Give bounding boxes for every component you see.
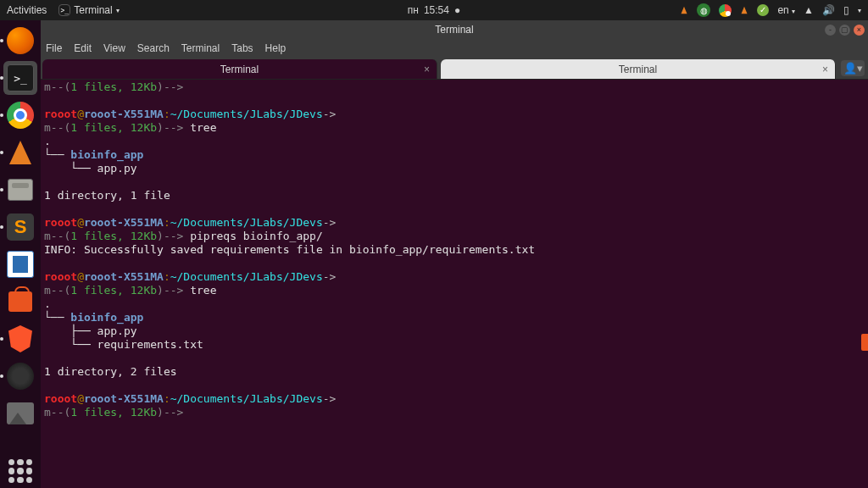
dock-vlc[interactable] bbox=[3, 136, 37, 169]
command-text: pipreqs bioinfo_app/ bbox=[190, 230, 323, 242]
terminal-icon: >_ bbox=[58, 4, 70, 16]
firefox-icon bbox=[7, 27, 34, 54]
prompt-colon: : bbox=[164, 392, 170, 405]
notification-dot-icon: ● bbox=[454, 4, 460, 16]
window-minimize-button[interactable]: ‑ bbox=[825, 25, 836, 36]
menu-view[interactable]: View bbox=[103, 42, 125, 54]
keyboard-layout-indicator[interactable]: en ▾ bbox=[777, 4, 795, 16]
tab-close-icon[interactable]: × bbox=[424, 64, 430, 75]
menu-help[interactable]: Help bbox=[265, 42, 287, 54]
tab-close-icon[interactable]: × bbox=[822, 64, 828, 75]
dock-brave[interactable] bbox=[3, 322, 37, 356]
menu-file[interactable]: File bbox=[46, 42, 62, 54]
brave-icon bbox=[8, 325, 32, 352]
prompt-status: m--(1 files, 12Kb)--> bbox=[44, 121, 183, 134]
tab-terminal-1[interactable]: Terminal × bbox=[42, 59, 437, 79]
chrome-tray-icon[interactable] bbox=[719, 4, 732, 17]
chevron-down-icon: ▾ bbox=[116, 7, 120, 14]
menu-edit[interactable]: Edit bbox=[74, 42, 92, 54]
dock-sublime[interactable]: S bbox=[3, 210, 37, 244]
files-icon bbox=[8, 179, 33, 201]
tree-output: └── bbox=[44, 311, 70, 324]
vlc-tray-icon-2[interactable] bbox=[742, 7, 748, 14]
prompt-at: @ bbox=[77, 270, 84, 283]
dock-libreoffice[interactable] bbox=[3, 247, 37, 281]
obs-icon bbox=[7, 363, 34, 390]
prompt-arrow: -> bbox=[323, 270, 337, 283]
tree-output: . bbox=[44, 297, 51, 310]
tree-dir: bioinfo_app bbox=[70, 311, 143, 324]
tab-strip: Terminal × Terminal × 👤▾ bbox=[41, 58, 868, 80]
dock-show-applications[interactable] bbox=[3, 454, 37, 488]
menu-bar: File Edit View Search Terminal Tabs Help bbox=[41, 39, 868, 58]
clock[interactable]: пн 15:54 ● bbox=[408, 4, 460, 16]
menu-tabs[interactable]: Tabs bbox=[231, 42, 253, 54]
window-maximize-button[interactable]: ▢ bbox=[839, 25, 850, 36]
wifi-icon[interactable]: ▲ bbox=[804, 4, 814, 16]
prompt-at: @ bbox=[77, 108, 84, 120]
tree-output: . bbox=[44, 135, 51, 147]
prompt-user: rooot bbox=[44, 216, 77, 229]
tab-label: Terminal bbox=[619, 64, 657, 75]
dock-files[interactable] bbox=[3, 173, 37, 207]
tree-summary: 1 directory, 2 files bbox=[44, 365, 177, 378]
prompt-path: ~/Documents/JLabs/JDevs bbox=[170, 392, 323, 405]
window-title: Terminal bbox=[435, 24, 473, 36]
tab-terminal-2[interactable]: Terminal × bbox=[441, 59, 836, 79]
tab-user-menu-button[interactable]: 👤▾ bbox=[841, 60, 865, 76]
prompt-path: ~/Documents/JLabs/JDevs bbox=[170, 216, 323, 229]
tree-output: └── requirements.txt bbox=[44, 338, 203, 351]
gnome-top-bar: Activities >_ Terminal ▾ пн 15:54 ● ◍ ✓ … bbox=[0, 0, 868, 20]
vlc-icon bbox=[9, 141, 31, 164]
window-titlebar[interactable]: Terminal ‑ ▢ × bbox=[41, 20, 868, 39]
prompt-status: m--(1 files, 12Kb)--> bbox=[44, 230, 183, 242]
app-menu-label: Terminal bbox=[74, 4, 112, 16]
terminal-viewport[interactable]: m--(1 files, 12Kb)--> rooot@rooot-X551MA… bbox=[41, 80, 868, 488]
globe-tray-icon[interactable]: ◍ bbox=[697, 3, 710, 17]
prompt-arrow: -> bbox=[323, 216, 337, 229]
prompt-host: rooot-X551MA bbox=[84, 216, 164, 229]
system-menu-chevron-icon[interactable]: ▾ bbox=[858, 7, 861, 14]
prompt-path: ~/Documents/JLabs/JDevs bbox=[170, 108, 323, 120]
prompt-path: ~/Documents/JLabs/JDevs bbox=[170, 270, 323, 283]
dock-firefox[interactable] bbox=[3, 24, 37, 58]
chevron-down-icon: ▾ bbox=[792, 8, 795, 15]
tree-output: ├── app.py bbox=[44, 324, 137, 337]
dock-obs[interactable] bbox=[3, 359, 37, 393]
command-text: tree bbox=[190, 284, 216, 297]
app-menu[interactable]: >_ Terminal ▾ bbox=[58, 4, 119, 16]
prompt-arrow: -> bbox=[323, 392, 337, 405]
prompt-host: rooot-X551MA bbox=[84, 392, 164, 405]
dock-terminal[interactable]: >_ bbox=[3, 61, 37, 95]
tree-output: └── bbox=[44, 148, 70, 161]
prompt-colon: : bbox=[164, 270, 170, 283]
prompt-host: rooot-X551MA bbox=[84, 270, 164, 283]
prompt-user: rooot bbox=[44, 108, 77, 120]
prompt-colon: : bbox=[164, 108, 170, 120]
scrollback-line: m--(1 files, 12Kb)--> bbox=[44, 80, 183, 93]
dock-image-viewer[interactable] bbox=[3, 396, 37, 430]
kb-lang: en bbox=[777, 4, 788, 16]
prompt-at: @ bbox=[77, 392, 84, 405]
battery-icon[interactable]: ▯ bbox=[843, 4, 849, 16]
apps-grid-icon bbox=[8, 459, 32, 483]
menu-terminal[interactable]: Terminal bbox=[181, 42, 220, 54]
window-close-button[interactable]: × bbox=[854, 25, 865, 36]
prompt-arrow: -> bbox=[323, 108, 337, 120]
tree-output: └── app.py bbox=[44, 162, 137, 175]
menu-search[interactable]: Search bbox=[137, 42, 170, 54]
prompt-user: rooot bbox=[44, 392, 77, 405]
dock-software[interactable] bbox=[3, 285, 37, 319]
prompt-status: m--(1 files, 12Kb)--> bbox=[44, 406, 183, 419]
prompt-host: rooot-X551MA bbox=[84, 108, 164, 120]
volume-icon[interactable]: 🔊 bbox=[822, 4, 835, 16]
status-ok-icon[interactable]: ✓ bbox=[757, 4, 769, 16]
dock-chrome[interactable] bbox=[3, 98, 37, 132]
command-output: INFO: Successfully saved requirements fi… bbox=[44, 243, 535, 256]
terminal-window: Terminal ‑ ▢ × File Edit View Search Ter… bbox=[41, 20, 868, 488]
scrollbar-thumb[interactable] bbox=[861, 334, 868, 351]
clock-time: 15:54 bbox=[424, 4, 449, 16]
software-store-icon bbox=[8, 291, 32, 312]
activities-button[interactable]: Activities bbox=[7, 4, 47, 16]
vlc-tray-icon[interactable] bbox=[682, 7, 687, 14]
